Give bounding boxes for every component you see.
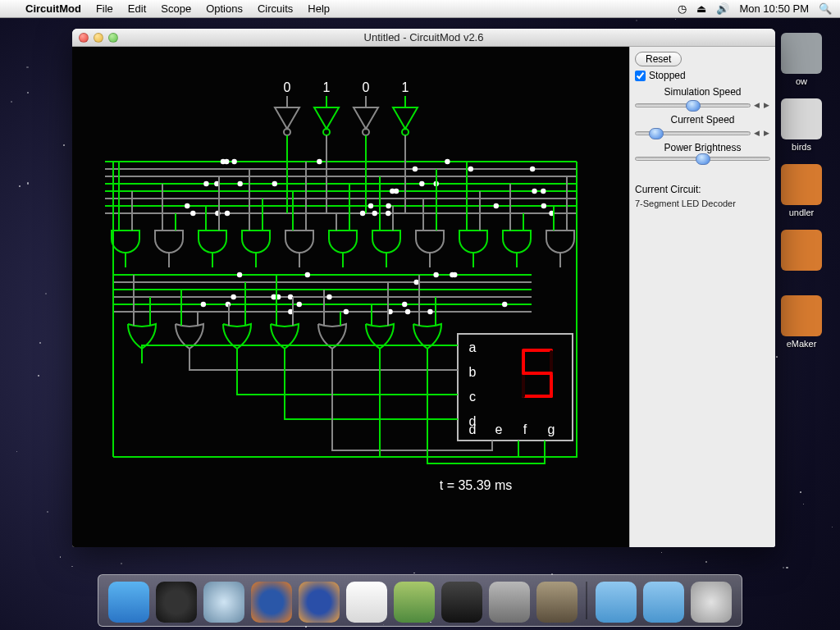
svg-text:0: 0 bbox=[284, 80, 291, 94]
svg-point-63 bbox=[226, 302, 231, 307]
svg-text:g: g bbox=[548, 422, 555, 436]
dock-firefox[interactable] bbox=[251, 582, 292, 623]
eject-icon[interactable]: ⏏ bbox=[696, 2, 706, 15]
volume-icon[interactable]: 🔊 bbox=[716, 2, 729, 15]
power-brightness-label: Power Brightness bbox=[635, 142, 770, 153]
svg-point-62 bbox=[402, 302, 407, 307]
svg-point-39 bbox=[445, 159, 450, 164]
svg-point-12 bbox=[203, 181, 208, 186]
svg-point-52 bbox=[237, 272, 242, 277]
svg-point-23 bbox=[530, 167, 535, 171]
svg-point-25 bbox=[541, 189, 546, 194]
svg-point-35 bbox=[221, 159, 226, 164]
cur-speed-right-icon[interactable]: ▶ bbox=[762, 129, 770, 137]
zoom-icon[interactable] bbox=[108, 33, 118, 43]
svg-marker-1 bbox=[275, 107, 299, 129]
svg-point-32 bbox=[317, 159, 322, 164]
stopped-checkbox[interactable]: Stopped bbox=[635, 70, 770, 81]
dock-terminal[interactable] bbox=[441, 582, 482, 623]
current-circuit-name: 7-Segment LED Decoder bbox=[635, 199, 770, 208]
menubar-clock[interactable]: Mon 10:50 PM bbox=[739, 2, 809, 15]
svg-point-19 bbox=[190, 211, 195, 216]
circuit-svg: 0101abcddefgt = 35.39 ms bbox=[72, 47, 629, 547]
svg-text:f: f bbox=[523, 422, 527, 436]
current-circuit-heading: Current Circuit: bbox=[635, 184, 770, 195]
svg-point-58 bbox=[305, 272, 310, 277]
svg-text:d: d bbox=[469, 422, 477, 436]
dock-sysprefs[interactable] bbox=[489, 582, 530, 623]
svg-point-34 bbox=[494, 203, 499, 208]
svg-text:e: e bbox=[495, 422, 503, 436]
svg-text:0: 0 bbox=[363, 80, 370, 94]
svg-point-43 bbox=[413, 280, 418, 285]
menu-app[interactable]: CircuitMod bbox=[18, 2, 89, 15]
menu-scope[interactable]: Scope bbox=[153, 2, 199, 15]
dock-textedit[interactable] bbox=[346, 582, 387, 623]
svg-point-42 bbox=[433, 272, 438, 277]
dock bbox=[98, 574, 742, 627]
spotlight-icon[interactable]: 🔍 bbox=[819, 2, 832, 15]
svg-point-33 bbox=[368, 203, 373, 208]
dock-dashboard[interactable] bbox=[156, 582, 197, 623]
svg-point-61 bbox=[450, 272, 454, 277]
window-title: Untitled - CircuitMod v2.6 bbox=[72, 31, 775, 43]
svg-text:t = 35.39 ms: t = 35.39 ms bbox=[440, 478, 513, 492]
menubar: CircuitMod File Edit Scope Options Circu… bbox=[0, 0, 840, 18]
minimize-icon[interactable] bbox=[94, 33, 103, 43]
dock-chip[interactable] bbox=[536, 582, 578, 623]
sim-speed-left-icon[interactable]: ◀ bbox=[752, 101, 760, 109]
power-brightness-slider[interactable] bbox=[635, 157, 770, 161]
current-speed-slider[interactable] bbox=[635, 131, 751, 135]
menu-options[interactable]: Options bbox=[199, 2, 250, 15]
svg-text:1: 1 bbox=[323, 80, 331, 94]
svg-text:c: c bbox=[469, 390, 476, 404]
svg-point-15 bbox=[225, 211, 230, 216]
svg-point-14 bbox=[419, 181, 424, 186]
dock-folder-apps[interactable] bbox=[596, 582, 637, 623]
svg-point-54 bbox=[427, 309, 432, 314]
svg-point-40 bbox=[360, 211, 365, 216]
dock-trash[interactable] bbox=[691, 582, 732, 623]
dock-safari[interactable] bbox=[203, 582, 244, 623]
svg-point-41 bbox=[372, 211, 377, 216]
desktop-icon[interactable]: birds bbox=[773, 98, 830, 152]
timemachine-icon[interactable]: ◷ bbox=[678, 2, 687, 15]
menu-circuits[interactable]: Circuits bbox=[250, 2, 300, 15]
control-panel: Reset Stopped Simulation Speed ◀ ▶ Curre… bbox=[629, 47, 775, 547]
menu-help[interactable]: Help bbox=[300, 2, 337, 15]
sim-speed-slider[interactable] bbox=[635, 103, 751, 107]
reset-button[interactable]: Reset bbox=[635, 52, 682, 66]
dock-preview[interactable] bbox=[394, 582, 435, 623]
desktop-icon[interactable]: undler bbox=[773, 164, 830, 217]
titlebar[interactable]: Untitled - CircuitMod v2.6 bbox=[72, 29, 775, 47]
cur-speed-left-icon[interactable]: ◀ bbox=[752, 129, 760, 137]
svg-point-48 bbox=[201, 302, 206, 307]
desktop-icon[interactable]: ow bbox=[773, 33, 830, 86]
circuit-canvas[interactable]: 0101abcddefgt = 35.39 ms bbox=[72, 47, 629, 547]
desktop-icon[interactable] bbox=[773, 230, 830, 273]
svg-marker-4 bbox=[314, 107, 339, 129]
svg-point-24 bbox=[185, 203, 189, 208]
close-icon[interactable] bbox=[79, 33, 89, 43]
dock-thunderbird[interactable] bbox=[299, 582, 340, 623]
svg-text:b: b bbox=[469, 365, 477, 379]
desktop-icon[interactable]: eMaker bbox=[773, 295, 830, 349]
dock-divider bbox=[586, 582, 587, 619]
svg-point-37 bbox=[272, 181, 277, 186]
app-window: Untitled - CircuitMod v2.6 0101abcddefgt… bbox=[72, 29, 775, 547]
stopped-checkbox-input[interactable] bbox=[635, 71, 646, 81]
menu-file[interactable]: File bbox=[89, 2, 121, 15]
svg-text:a: a bbox=[469, 340, 477, 354]
sim-speed-label: Simulation Speed bbox=[635, 86, 770, 98]
svg-marker-10 bbox=[393, 107, 418, 129]
svg-marker-7 bbox=[354, 107, 378, 129]
dock-finder[interactable] bbox=[108, 582, 149, 623]
svg-point-31 bbox=[394, 189, 399, 194]
svg-point-22 bbox=[237, 181, 242, 186]
svg-point-17 bbox=[541, 203, 546, 208]
svg-point-13 bbox=[468, 167, 473, 171]
sim-speed-right-icon[interactable]: ▶ bbox=[762, 101, 770, 109]
dock-folder-docs[interactable] bbox=[643, 582, 684, 623]
menu-edit[interactable]: Edit bbox=[121, 2, 153, 15]
svg-point-60 bbox=[231, 294, 235, 299]
